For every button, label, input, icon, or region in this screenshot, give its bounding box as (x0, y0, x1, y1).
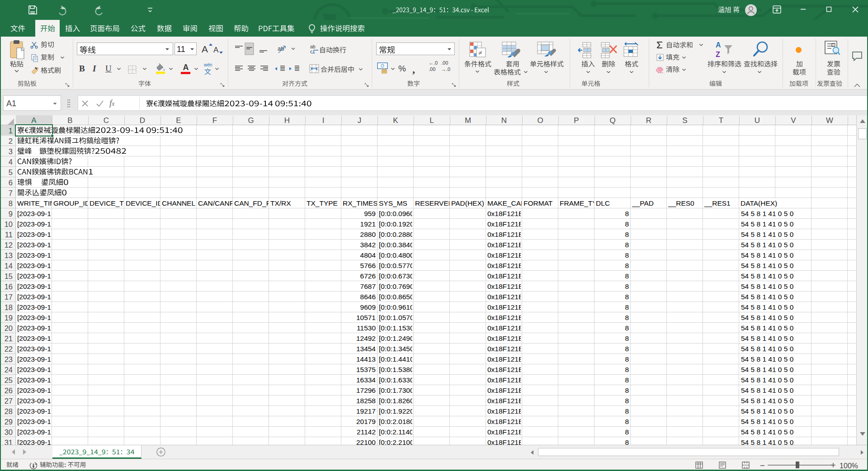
svg-text:Z: Z (716, 51, 720, 58)
svg-text:A: A (716, 41, 721, 49)
svg-text:c: c (310, 49, 312, 54)
svg-text:.00: .00 (441, 60, 448, 66)
svg-text:←.0: ←.0 (429, 60, 438, 66)
svg-text:.00: .00 (429, 66, 435, 72)
svg-text:≠: ≠ (478, 49, 482, 57)
svg-text:→.0: →.0 (441, 66, 450, 72)
